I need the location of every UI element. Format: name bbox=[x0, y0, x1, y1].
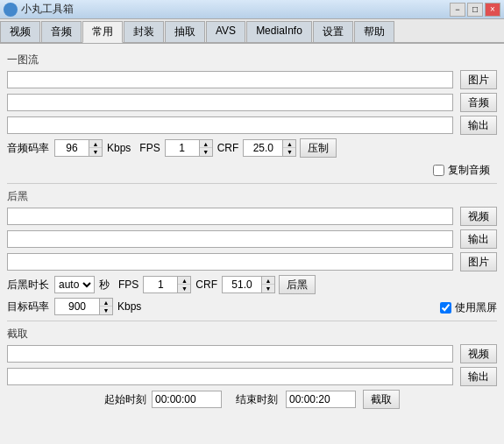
duration-select[interactable]: auto bbox=[54, 276, 95, 293]
target-bitrate-spinner: ▲ ▼ bbox=[54, 298, 113, 315]
image-button[interactable]: 图片 bbox=[460, 70, 497, 89]
image-row: 图片 bbox=[7, 70, 497, 89]
window-title: 小丸工具箱 bbox=[21, 2, 450, 17]
use-black-row: 使用黑屏 bbox=[440, 300, 497, 315]
minimize-button[interactable]: － bbox=[450, 3, 465, 17]
fps-label-black: FPS bbox=[118, 278, 138, 291]
crf-spinner-black: ▲ ▼ bbox=[222, 276, 275, 293]
crf-up-one[interactable]: ▲ bbox=[283, 140, 295, 148]
fps-up-one[interactable]: ▲ bbox=[200, 140, 212, 148]
divider-1 bbox=[7, 183, 497, 184]
fps-label-one: FPS bbox=[139, 142, 160, 154]
audio-bitrate-arrows: ▲ ▼ bbox=[89, 140, 102, 156]
clip-time-row: 起始时刻 结束时刻 截取 bbox=[7, 390, 497, 409]
output-button[interactable]: 输出 bbox=[460, 116, 497, 135]
output-row: 输出 bbox=[7, 116, 497, 135]
target-bitrate-row: 目标码率 ▲ ▼ Kbps 使用黑屏 bbox=[7, 298, 497, 315]
tab-video[interactable]: 视频 bbox=[0, 21, 40, 42]
clip-output-input[interactable] bbox=[7, 368, 453, 385]
clip-button[interactable]: 截取 bbox=[363, 390, 400, 409]
use-black-checkbox[interactable] bbox=[440, 302, 451, 314]
image-input-area bbox=[7, 71, 453, 88]
tab-settings[interactable]: 设置 bbox=[313, 21, 353, 42]
fps-spinner-black: ▲ ▼ bbox=[143, 276, 191, 293]
black-video-input-area bbox=[7, 208, 453, 225]
duration-unit: 秒 bbox=[99, 278, 110, 292]
crf-spinner-one: ▲ ▼ bbox=[243, 139, 296, 157]
fps-spinner-one: ▲ ▼ bbox=[165, 139, 213, 157]
black-params-row: 后黑时长 auto 秒 FPS ▲ ▼ CRF ▲ ▼ 后黑 bbox=[7, 275, 497, 294]
tab-pack[interactable]: 封装 bbox=[124, 21, 164, 42]
crf-arrows-black: ▲ ▼ bbox=[261, 277, 274, 292]
copy-audio-checkbox[interactable] bbox=[433, 165, 444, 176]
target-bitrate-label: 目标码率 bbox=[7, 300, 49, 314]
main-content: 一图流 图片 音频 输出 音频码率 ▲ ▼ bbox=[0, 44, 504, 418]
audio-bitrate-unit: Kbps bbox=[107, 142, 131, 154]
audio-input[interactable] bbox=[7, 94, 453, 111]
target-bitrate-up[interactable]: ▲ bbox=[100, 299, 112, 307]
audio-bitrate-value[interactable] bbox=[55, 140, 89, 156]
crf-up-black[interactable]: ▲ bbox=[262, 277, 274, 285]
black-output-button[interactable]: 输出 bbox=[460, 229, 497, 249]
audio-params-row: 音频码率 ▲ ▼ Kbps FPS ▲ ▼ CRF bbox=[7, 138, 497, 158]
audio-bitrate-down[interactable]: ▼ bbox=[89, 148, 102, 156]
target-bitrate-down[interactable]: ▼ bbox=[100, 307, 112, 314]
crf-value-one[interactable] bbox=[244, 140, 282, 156]
duration-label: 后黑时长 bbox=[7, 278, 49, 292]
black-image-input[interactable] bbox=[7, 253, 453, 271]
section-clip-label: 截取 bbox=[7, 327, 497, 342]
divider-2 bbox=[7, 321, 497, 321]
fps-down-black[interactable]: ▼ bbox=[178, 285, 190, 292]
audio-bitrate-label: 音频码率 bbox=[7, 141, 49, 156]
audio-input-area bbox=[7, 94, 453, 111]
black-image-button[interactable]: 图片 bbox=[460, 252, 497, 271]
crf-label-black: CRF bbox=[195, 278, 217, 291]
compress-button[interactable]: 压制 bbox=[300, 138, 337, 158]
fps-up-black[interactable]: ▲ bbox=[178, 277, 190, 285]
tab-mediainfo[interactable]: MediaInfo bbox=[246, 21, 312, 42]
black-image-row: 图片 bbox=[7, 252, 497, 271]
tab-audio[interactable]: 音频 bbox=[41, 21, 82, 42]
clip-output-button[interactable]: 输出 bbox=[460, 367, 497, 386]
section-black: 后黑 视频 输出 图片 后黑时长 auto 秒 FPS bbox=[7, 189, 497, 315]
window-controls: － □ × bbox=[450, 3, 500, 17]
clip-video-row: 视频 bbox=[7, 344, 497, 363]
clip-output-input-area bbox=[7, 368, 453, 385]
crf-down-one[interactable]: ▼ bbox=[283, 148, 295, 156]
clip-output-row: 输出 bbox=[7, 367, 497, 386]
audio-row: 音频 bbox=[7, 93, 497, 112]
black-output-row: 输出 bbox=[7, 229, 497, 249]
black-video-input[interactable] bbox=[7, 208, 453, 225]
end-time-input[interactable] bbox=[286, 391, 356, 408]
crf-down-black[interactable]: ▼ bbox=[262, 285, 274, 292]
maximize-button[interactable]: □ bbox=[467, 3, 483, 17]
output-input[interactable] bbox=[7, 116, 453, 134]
black-button[interactable]: 后黑 bbox=[279, 275, 316, 294]
tab-help[interactable]: 帮助 bbox=[354, 21, 394, 42]
start-time-input[interactable] bbox=[152, 391, 222, 408]
close-button[interactable]: × bbox=[485, 3, 500, 17]
audio-bitrate-spinner: ▲ ▼ bbox=[54, 139, 103, 157]
section-clip: 截取 视频 输出 起始时刻 结束时刻 截取 bbox=[7, 327, 497, 409]
fps-value-one[interactable] bbox=[166, 140, 199, 156]
black-video-button[interactable]: 视频 bbox=[460, 207, 497, 226]
tab-common[interactable]: 常用 bbox=[82, 21, 123, 43]
clip-video-button[interactable]: 视频 bbox=[460, 344, 497, 363]
fps-down-one[interactable]: ▼ bbox=[200, 148, 212, 156]
section-one-label: 一图流 bbox=[7, 53, 497, 67]
audio-bitrate-up[interactable]: ▲ bbox=[89, 140, 102, 148]
tab-extract[interactable]: 抽取 bbox=[165, 21, 205, 42]
crf-label-one: CRF bbox=[217, 142, 239, 154]
tab-avs[interactable]: AVS bbox=[206, 21, 245, 42]
target-bitrate-value[interactable] bbox=[55, 299, 99, 314]
audio-button[interactable]: 音频 bbox=[460, 93, 497, 112]
black-output-input-area bbox=[7, 230, 453, 248]
copy-audio-row: 复制音频 bbox=[7, 161, 497, 178]
fps-value-black[interactable] bbox=[144, 277, 177, 292]
clip-video-input[interactable] bbox=[7, 345, 453, 363]
copy-audio-check-row: 复制音频 bbox=[433, 163, 490, 178]
target-bitrate-unit: Kbps bbox=[117, 300, 141, 313]
crf-value-black[interactable] bbox=[223, 277, 261, 292]
image-input[interactable] bbox=[7, 71, 453, 88]
black-output-input[interactable] bbox=[7, 230, 453, 248]
